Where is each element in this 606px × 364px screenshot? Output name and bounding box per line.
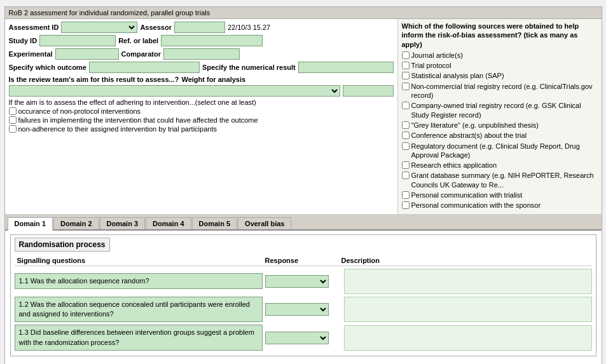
source-checkbox-0[interactable]: [402, 51, 410, 59]
weight-col: Weight for analysis: [181, 76, 245, 83]
study-id-input[interactable]: [39, 35, 116, 46]
response-select-3[interactable]: [265, 332, 329, 344]
source-item: Statistical analysis plan (SAP): [402, 71, 598, 80]
checkbox-2[interactable]: [9, 116, 17, 124]
aim-label: Is the review team's aim for this result…: [9, 76, 179, 83]
question-row-3: 1.3 Did baseline differences between int…: [15, 325, 592, 351]
tab-domain-3[interactable]: Domain 3: [100, 217, 146, 229]
outcome-label: Specify which outcome: [9, 64, 86, 71]
checkbox-3[interactable]: [9, 125, 17, 133]
aim-section: Is the review team's aim for this result…: [9, 76, 394, 133]
description-box-2[interactable]: [344, 297, 592, 322]
checkbox-label-3: non-adherence to their assigned interven…: [18, 125, 217, 133]
datetime-label: 22/10/3 15.27: [228, 24, 270, 31]
source-checkbox-8[interactable]: [402, 161, 410, 169]
top-section: Assessment ID Assessor 22/10/3 15.27 Stu…: [5, 19, 602, 215]
source-item: Trial protocol: [402, 61, 598, 70]
source-checkbox-11[interactable]: [402, 201, 410, 209]
title-bar: RoB 2 assessment for individual randomiz…: [5, 7, 602, 19]
right-panel: Which of the following sources were obta…: [398, 19, 602, 214]
source-label-7: Regulatory document (e.g. Clinical Study…: [411, 142, 598, 160]
checkbox-row-1: occurance of non-protocol interventions: [9, 107, 394, 115]
exp-comp-row: Experimental Comparator: [9, 48, 394, 60]
source-checkbox-2[interactable]: [402, 72, 410, 79]
source-label-10: Personal communication with trialist: [411, 191, 523, 199]
assessor-label: Assessor: [140, 24, 172, 31]
left-panel: Assessment ID Assessor 22/10/3 15.27 Stu…: [5, 19, 398, 214]
outcome-col: Specify which outcome: [9, 62, 200, 73]
source-item: Personal communication with the sponsor: [402, 201, 598, 210]
comparator-label: Comparator: [121, 50, 161, 58]
checkbox-1[interactable]: [9, 107, 17, 115]
comparator-input[interactable]: [163, 48, 240, 60]
aim-select[interactable]: [9, 85, 340, 97]
experimental-label: Experimental: [9, 50, 53, 58]
source-checkbox-3[interactable]: [402, 83, 410, 90]
source-checkbox-10[interactable]: [402, 191, 410, 199]
question-box-2: 1.2 Was the allocation sequence conceale…: [15, 297, 263, 323]
response-select-2[interactable]: [265, 303, 329, 316]
description-box-1[interactable]: [344, 269, 592, 294]
intervention-label: If the aim is to assess the effect of ad…: [9, 98, 394, 106]
assessor-input[interactable]: [174, 22, 225, 33]
question-row-1: 1.1 Was the allocation sequence random?: [15, 269, 592, 294]
source-item: Conference abstract(s) about the trial: [402, 131, 598, 140]
domain-section: Randomisation process Signalling questio…: [5, 231, 602, 364]
tab-domain-4[interactable]: Domain 4: [146, 217, 191, 229]
checkbox-row-3: non-adherence to their assigned interven…: [9, 125, 394, 133]
source-label-1: Trial protocol: [411, 61, 451, 70]
source-label-11: Personal communication with the sponsor: [411, 201, 541, 210]
source-item: Research ethics application: [402, 161, 598, 170]
aim-row: Is the review team's aim for this result…: [9, 76, 394, 83]
source-label-2: Statistical analysis plan (SAP): [411, 71, 504, 80]
tab-domain-1[interactable]: Domain 1: [8, 217, 53, 231]
right-panel-title: Which of the following sources were obta…: [402, 22, 598, 49]
source-item: Grant database summary (e.g. NIH RePORTE…: [402, 171, 598, 189]
tab-domain-2[interactable]: Domain 2: [53, 217, 99, 229]
sq-header-response: Response: [265, 257, 341, 264]
source-label-6: Conference abstract(s) about the trial: [411, 131, 527, 140]
source-checkbox-4[interactable]: [402, 102, 410, 109]
tabs-bar: Domain 1Domain 2Domain 3Domain 4Domain 5…: [5, 215, 602, 231]
domain-border: Randomisation process Signalling questio…: [10, 234, 596, 357]
source-label-3: Non-commercial trial registry record (e.…: [411, 82, 598, 100]
signalling-header: Signalling questions Response Descriptio…: [15, 255, 592, 266]
response-select-1[interactable]: [265, 275, 329, 288]
source-checkbox-1[interactable]: [402, 62, 410, 69]
source-checkbox-7[interactable]: [402, 142, 410, 150]
experimental-input[interactable]: [55, 48, 119, 60]
ref-input[interactable]: [161, 35, 263, 46]
source-label-4: Company-owned trial registry record (e.g…: [411, 101, 598, 119]
outcome-input[interactable]: [89, 62, 200, 73]
tab-domain-5[interactable]: Domain 5: [192, 217, 238, 229]
assessment-id-row: Assessment ID Assessor 22/10/3 15.27: [9, 22, 394, 33]
source-item: Journal article(s): [402, 51, 598, 60]
description-box-3[interactable]: [344, 325, 592, 351]
source-item: Personal communication with trialist: [402, 191, 598, 199]
main-window: RoB 2 assessment for individual randomiz…: [4, 6, 602, 364]
numerical-input[interactable]: [298, 62, 394, 73]
question-box-3: 1.3 Did baseline differences between int…: [15, 325, 263, 351]
source-checkbox-5[interactable]: [402, 121, 410, 129]
study-id-row: Study ID Ref. or label: [9, 35, 394, 46]
weight-input[interactable]: [343, 85, 394, 97]
aim-select-row: [9, 85, 394, 97]
source-checkbox-9[interactable]: [402, 172, 410, 179]
checkbox-label-1: occurance of non-protocol interventions: [18, 107, 141, 115]
assessment-id-label: Assessment ID: [9, 24, 59, 31]
source-label-0: Journal article(s): [411, 51, 463, 60]
source-item: Non-commercial trial registry record (e.…: [402, 82, 598, 100]
source-label-5: "Grey literature" (e.g. unpublished thes…: [411, 121, 539, 130]
outcome-row: Specify which outcome Specify the numeri…: [9, 62, 394, 73]
source-item: Regulatory document (e.g. Clinical Study…: [402, 142, 598, 160]
checkbox-row-2: failures in implementing the interventio…: [9, 116, 394, 124]
tab-overall-bias[interactable]: Overall bias: [238, 217, 291, 229]
numerical-col: Specify the numerical result: [202, 62, 394, 73]
question-box-1: 1.1 Was the allocation sequence random?: [15, 273, 263, 289]
source-checkbox-6[interactable]: [402, 131, 410, 139]
window-title: RoB 2 assessment for individual randomiz…: [9, 9, 210, 17]
sq-header-description: Description: [341, 257, 589, 264]
weight-label: Weight for analysis: [181, 76, 245, 83]
study-id-label: Study ID: [9, 37, 38, 44]
assessment-id-select[interactable]: [61, 22, 137, 33]
